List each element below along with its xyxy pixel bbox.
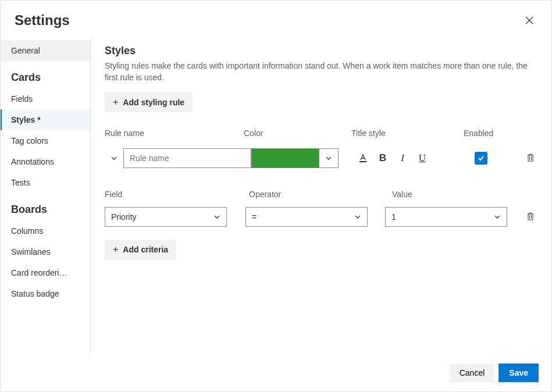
delete-rule-button[interactable] xyxy=(523,151,537,166)
main-panel: Styles Styling rules make the cards with… xyxy=(91,38,551,354)
font-color-icon xyxy=(358,153,368,163)
sidebar-item-fields[interactable]: Fields xyxy=(1,88,90,109)
expand-toggle[interactable] xyxy=(105,155,123,162)
value-dropdown[interactable]: 1 xyxy=(385,207,507,227)
section-description: Styling rules make the cards with import… xyxy=(105,60,537,83)
bold-button[interactable]: B xyxy=(376,151,390,165)
color-swatch[interactable] xyxy=(251,148,319,168)
criteria-row: Priority = 1 xyxy=(105,207,537,227)
sidebar-item-annotations[interactable]: Annotations xyxy=(1,151,90,172)
sidebar-group-cards: Cards xyxy=(1,61,90,88)
sidebar-item-columns[interactable]: Columns xyxy=(1,220,90,241)
cancel-button[interactable]: Cancel xyxy=(450,364,494,382)
sidebar: General Cards Fields Styles * Tag colors… xyxy=(1,38,91,354)
chevron-down-icon xyxy=(111,155,117,162)
enabled-checkbox[interactable] xyxy=(475,152,487,165)
rule-row: B I U xyxy=(105,138,537,177)
add-styling-rule-button[interactable]: + Add styling rule xyxy=(105,92,193,112)
sidebar-item-general[interactable]: General xyxy=(1,40,90,61)
checkmark-icon xyxy=(477,154,485,162)
operator-dropdown[interactable]: = xyxy=(245,207,368,227)
dialog-title: Settings xyxy=(15,12,70,28)
close-icon xyxy=(525,16,534,25)
trash-icon xyxy=(526,153,535,162)
chevron-down-icon xyxy=(494,213,501,220)
col-value: Value xyxy=(392,190,520,199)
italic-button[interactable]: I xyxy=(396,151,409,165)
field-value: Priority xyxy=(111,212,137,222)
font-color-button[interactable] xyxy=(356,151,370,165)
col-operator: Operator xyxy=(249,190,392,199)
sidebar-item-card-reordering[interactable]: Card reorderi… xyxy=(1,262,90,283)
chevron-down-icon xyxy=(325,155,332,162)
add-criteria-button[interactable]: + Add criteria xyxy=(105,240,176,259)
col-title-style: Title style xyxy=(351,129,464,138)
trash-icon xyxy=(526,212,535,221)
underline-button[interactable]: U xyxy=(415,151,429,165)
add-styling-rule-label: Add styling rule xyxy=(123,98,184,107)
delete-criteria-button[interactable] xyxy=(523,209,537,225)
sidebar-group-boards: Boards xyxy=(1,193,90,220)
sidebar-item-tests[interactable]: Tests xyxy=(1,172,90,193)
plus-icon: + xyxy=(113,244,118,255)
col-field: Field xyxy=(105,190,249,199)
chevron-down-icon xyxy=(213,213,220,220)
sidebar-item-styles[interactable]: Styles * xyxy=(1,109,90,130)
section-heading: Styles xyxy=(105,45,537,57)
plus-icon: + xyxy=(113,97,118,108)
add-criteria-label: Add criteria xyxy=(123,245,168,254)
value-value: 1 xyxy=(391,212,396,222)
sidebar-item-tag-colors[interactable]: Tag colors xyxy=(1,130,90,151)
close-button[interactable] xyxy=(521,12,537,28)
save-button[interactable]: Save xyxy=(498,364,539,382)
sidebar-item-swimlanes[interactable]: Swimlanes xyxy=(1,241,90,262)
chevron-down-icon xyxy=(354,213,361,220)
color-dropdown-button[interactable] xyxy=(319,148,339,168)
col-rule-name: Rule name xyxy=(105,129,244,138)
col-color: Color xyxy=(244,129,351,138)
rule-name-input[interactable] xyxy=(123,148,251,168)
field-dropdown[interactable]: Priority xyxy=(105,207,227,227)
svg-rect-0 xyxy=(359,161,366,162)
sidebar-item-status-badge[interactable]: Status badge xyxy=(1,283,90,304)
col-enabled: Enabled xyxy=(464,129,528,138)
operator-value: = xyxy=(252,212,257,222)
